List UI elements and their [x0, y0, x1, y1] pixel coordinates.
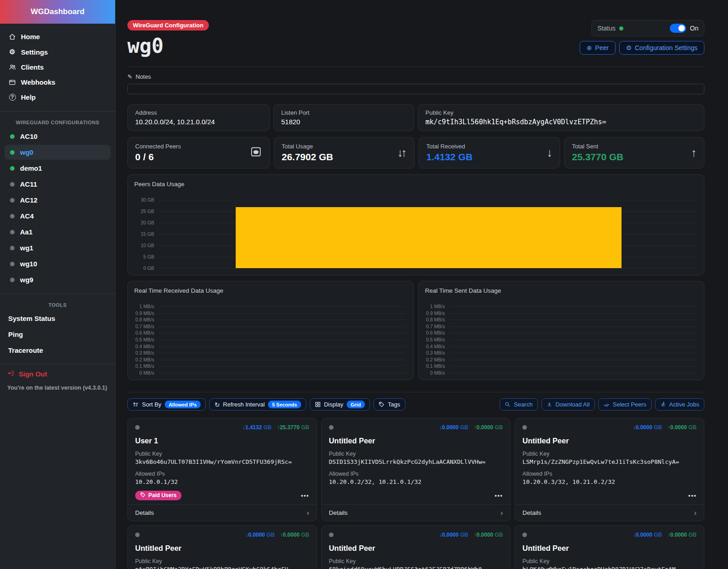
search-button[interactable]: Search	[500, 398, 537, 411]
search-icon	[505, 401, 511, 407]
y-axis-tick: 0.9 MB/s	[425, 310, 445, 316]
y-axis-tick: 0.7 MB/s	[425, 324, 445, 329]
chart-plot-area	[159, 198, 697, 269]
peer-status-dot	[135, 425, 140, 430]
peer-details-button[interactable]: Details›	[515, 504, 704, 521]
active-jobs-button[interactable]: Active Jobs	[655, 398, 704, 411]
gridline	[450, 353, 697, 353]
refresh-interval-button[interactable]: ↻ Refresh Interval 5 Seconds	[209, 398, 306, 411]
peer-menu-button[interactable]: •••	[495, 492, 503, 499]
y-axis-tick: 0.1 MB/s	[134, 363, 154, 369]
tool-item-traceroute[interactable]: Traceroute	[5, 342, 111, 358]
sidebar-item-home[interactable]: Home	[5, 29, 111, 44]
sidebar-item-help[interactable]: ?Help	[5, 90, 111, 105]
refresh-icon: ↻	[214, 401, 220, 408]
gear-icon: ⚙	[8, 48, 16, 56]
y-axis-tick: 0.2 MB/s	[425, 357, 445, 362]
sidebar-config-demo1[interactable]: demo1	[5, 161, 111, 176]
y-axis-tick: 25 GB	[134, 208, 154, 214]
updown-arrows-icon: ↓↑	[397, 147, 407, 158]
tool-item-system-status[interactable]: System Status	[5, 310, 111, 326]
y-axis-tick: 0 GB	[134, 265, 154, 271]
listen-port-value: 51820	[281, 118, 406, 126]
notes-input[interactable]	[127, 84, 704, 94]
ethernet-icon	[250, 146, 262, 160]
sidebar-item-label: Help	[21, 93, 36, 101]
home-icon	[8, 33, 16, 41]
header-divider	[127, 66, 704, 67]
peer-download: ↓0.0000 GB	[439, 424, 468, 431]
sidebar-item-webhooks[interactable]: Webhooks	[5, 75, 111, 90]
realtime-received-panel: Real Time Received Data Usage 0 MB/s0.1 …	[127, 281, 414, 380]
sidebar-config-wg10[interactable]: wg10	[5, 256, 111, 271]
config-name: Aa1	[20, 228, 33, 236]
peer-card: ↓1.4132 GB↑25.3770 GBUser 1Public Key3kv…	[127, 418, 317, 521]
peer-menu-button[interactable]: •••	[688, 492, 697, 499]
sign-out-button[interactable]: Sign Out	[7, 370, 108, 378]
config-status-dot	[10, 134, 15, 139]
peer-card: ↓0.0000 GB↑0.0000 GBUntitled PeerPublic …	[515, 525, 704, 569]
usage-info-row: Connected Peers 0 / 6 Total Usage 26.790…	[127, 137, 704, 168]
main-nav: Home⚙SettingsClientsWebhooks?Help	[0, 24, 115, 112]
app-logo[interactable]: WGDashboard	[0, 0, 115, 24]
total-sent-card: Total Sent 25.3770 GB ↑	[564, 137, 704, 168]
address-value: 10.20.0.0/24, 10.21.0.0/24	[135, 118, 262, 126]
peer-details-button[interactable]: Details›	[128, 504, 317, 521]
select-peers-button[interactable]: Select Peers	[598, 398, 652, 411]
status-toggle[interactable]	[670, 24, 686, 33]
config-name: wg9	[20, 276, 33, 284]
config-status-dot	[10, 262, 15, 266]
y-axis-tick: 15 GB	[134, 231, 154, 237]
y-axis-tick: 30 GB	[134, 197, 154, 203]
status-card: Status On	[592, 20, 704, 36]
public-key-label: Public Key	[135, 451, 309, 457]
gridline	[450, 340, 697, 340]
peers-data-usage-chart: 0 GB5 GB10 GB15 GB20 GB25 GB30 GB	[134, 198, 698, 269]
peer-transfer: ↓0.0000 GB↑0.0000 GB	[633, 424, 697, 431]
sidebar-item-clients[interactable]: Clients	[5, 60, 111, 75]
sidebar-config-Aa1[interactable]: Aa1	[5, 224, 111, 239]
add-peer-button[interactable]: ⊕ Peer	[580, 41, 615, 55]
realtime-sent-title: Real Time Sent Data Usage	[425, 287, 698, 294]
sidebar-config-wg1[interactable]: wg1	[5, 240, 111, 255]
gridline	[159, 333, 406, 333]
peer-status-dot	[522, 533, 527, 537]
display-button[interactable]: Display Grid	[310, 398, 370, 411]
peer-upload: ↑0.0000 GB	[667, 532, 697, 538]
sidebar-config-AC11[interactable]: AC11	[5, 177, 111, 192]
download-all-button[interactable]: Download All	[541, 398, 595, 411]
peer-card: ↓0.0000 GB↑0.0000 GBUntitled PeerPublic …	[321, 418, 511, 521]
gridline	[450, 313, 697, 314]
config-name: demo1	[20, 164, 42, 172]
peer-details-button[interactable]: Details›	[322, 504, 511, 521]
main-content: WireGuard Configuration wg0 Status On ⊕ …	[116, 0, 728, 569]
sidebar-config-wg0[interactable]: wg0	[5, 145, 111, 160]
configuration-settings-button[interactable]: ⚙ Configuration Settings	[619, 41, 704, 55]
sidebar-item-settings[interactable]: ⚙Settings	[5, 44, 111, 60]
grid-icon	[315, 401, 321, 407]
total-received-card: Total Received 1.4132 GB ↓	[419, 137, 560, 168]
sidebar-config-wg9[interactable]: wg9	[5, 272, 111, 287]
sidebar-item-label: Settings	[21, 48, 48, 56]
config-info-row: Address 10.20.0.0/24, 10.21.0.0/24 Liste…	[127, 104, 704, 131]
double-check-icon	[603, 401, 610, 408]
config-status-dot	[10, 246, 15, 250]
y-axis-tick: 0 MB/s	[425, 370, 445, 376]
notes-label-row: ✎ Notes	[127, 73, 704, 80]
sort-by-button[interactable]: Sort By Allowed IPs	[127, 398, 206, 411]
config-status-dot	[10, 214, 15, 218]
sort-by-badge: Allowed IPs	[165, 401, 201, 408]
tags-button[interactable]: Tags	[374, 398, 405, 411]
tool-item-ping[interactable]: Ping	[5, 326, 111, 342]
configurations-section: WIREGUARD CONFIGURATIONS AC10wg0demo1AC1…	[0, 112, 115, 294]
peer-public-key: DSID1S33jKIIVD5LrrkQkzPcG2dyhLaACANXDLlV…	[329, 458, 503, 465]
sidebar-config-AC4[interactable]: AC4	[5, 208, 111, 224]
configurations-list: AC10wg0demo1AC11AC12AC4Aa1wg1wg10wg9	[5, 129, 111, 287]
configurations-header: WIREGUARD CONFIGURATIONS	[5, 116, 111, 128]
page-header: WireGuard Configuration wg0 Status On ⊕ …	[127, 20, 704, 57]
public-key-label: Public Key	[329, 451, 503, 457]
sidebar-config-AC10[interactable]: AC10	[5, 129, 111, 144]
sidebar-config-AC12[interactable]: AC12	[5, 193, 111, 208]
allowed-ips-label: Allowed IPs	[135, 471, 309, 477]
peer-menu-button[interactable]: •••	[301, 492, 309, 499]
